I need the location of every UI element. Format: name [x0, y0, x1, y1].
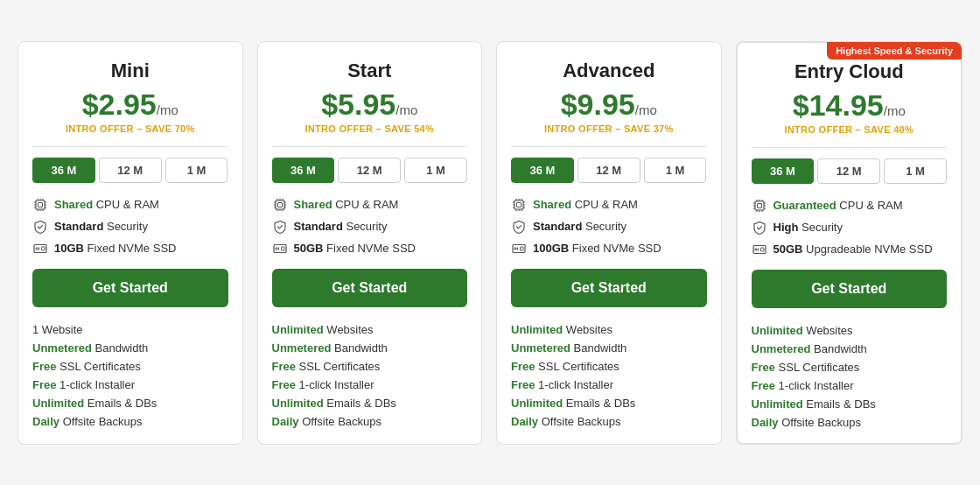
plan-price-entry-cloud: $14.95/mo: [752, 88, 948, 123]
feature-cpu-advanced: Shared CPU & RAM: [511, 197, 707, 213]
shield-icon-mini: [32, 219, 48, 235]
list-item-entry-cloud-2: Free SSL Certificates: [752, 361, 948, 374]
svg-rect-33: [281, 247, 284, 250]
list-item-mini-4: Unlimited Emails & DBs: [32, 397, 228, 410]
feature-cpu-start: Shared CPU & RAM: [272, 197, 468, 213]
plan-card-advanced: Advanced $9.95/mo INTRO OFFER – SAVE 37%…: [496, 41, 722, 445]
period-btn-entry-cloud-2[interactable]: 1 M: [884, 158, 947, 184]
plan-name-mini: Mini: [32, 60, 228, 82]
price-amount-advanced: $9.95: [561, 88, 635, 121]
plan-name-start: Start: [272, 60, 468, 82]
features-list-advanced: Unlimited WebsitesUnmetered BandwidthFre…: [511, 323, 707, 428]
divider-entry-cloud: [752, 147, 948, 148]
period-btn-advanced-0[interactable]: 36 M: [511, 158, 574, 183]
shield-icon-advanced: [511, 219, 527, 235]
get-started-btn-entry-cloud[interactable]: Get Started: [752, 270, 948, 308]
pricing-container: Mini $2.95/mo INTRO OFFER – SAVE 70%36 M…: [18, 41, 962, 445]
cpu-text-advanced: Shared CPU & RAM: [533, 198, 638, 211]
plan-price-start: $5.95/mo: [272, 88, 468, 122]
plan-name-advanced: Advanced: [511, 60, 707, 82]
price-period-entry-cloud: /mo: [884, 103, 906, 118]
period-selector-start: 36 M12 M1 M: [272, 158, 468, 183]
period-selector-advanced: 36 M12 M1 M: [511, 158, 707, 183]
period-btn-start-2[interactable]: 1 M: [404, 158, 467, 183]
period-btn-entry-cloud-1[interactable]: 12 M: [817, 158, 880, 184]
intro-offer-start: INTRO OFFER – SAVE 54%: [272, 123, 468, 134]
cpu-text-mini: Shared CPU & RAM: [54, 198, 159, 211]
price-period-start: /mo: [396, 102, 417, 117]
get-started-btn-advanced[interactable]: Get Started: [511, 269, 707, 307]
price-period-mini: /mo: [157, 102, 178, 117]
features-top-advanced: Shared CPU & RAM Standard Security 100GB…: [511, 197, 707, 257]
intro-offer-advanced: INTRO OFFER – SAVE 37%: [511, 123, 707, 134]
period-btn-mini-2[interactable]: 1 M: [165, 158, 228, 183]
plan-card-entry-cloud: Highest Speed & SecurityEntry Cloud $14.…: [736, 41, 963, 445]
period-btn-start-1[interactable]: 12 M: [338, 158, 401, 183]
get-started-btn-mini[interactable]: Get Started: [32, 269, 228, 307]
shield-icon-start: [272, 219, 288, 235]
list-item-entry-cloud-3: Free 1-click Installer: [752, 379, 948, 392]
period-btn-advanced-1[interactable]: 12 M: [578, 158, 640, 183]
list-item-start-4: Unlimited Emails & DBs: [272, 397, 468, 410]
period-btn-start-0[interactable]: 36 M: [272, 158, 335, 183]
list-item-mini-0: 1 Website: [32, 323, 228, 336]
shield-icon-entry-cloud: [752, 220, 767, 235]
plan-price-advanced: $9.95/mo: [511, 88, 707, 122]
list-item-entry-cloud-0: Unlimited Websites: [752, 324, 948, 337]
svg-rect-18: [276, 200, 284, 209]
list-item-entry-cloud-4: Unlimited Emails & DBs: [752, 397, 948, 411]
svg-rect-54: [755, 201, 764, 210]
cpu-text-entry-cloud: Guaranteed CPU & RAM: [774, 199, 903, 212]
list-item-mini-1: Unmetered Bandwidth: [32, 341, 228, 355]
price-amount-entry-cloud: $14.95: [793, 88, 884, 122]
feature-storage-advanced: 100GB Fixed NVMe SSD: [511, 241, 707, 257]
feature-storage-entry-cloud: 50GB Upgradeable NVMe SSD: [752, 242, 948, 257]
list-item-start-1: Unmetered Bandwidth: [272, 341, 468, 355]
list-item-mini-3: Free 1-click Installer: [32, 378, 228, 391]
list-item-advanced-1: Unmetered Bandwidth: [511, 341, 707, 355]
ssd-icon-mini: [32, 241, 48, 257]
cpu-icon-advanced: [511, 197, 527, 213]
security-text-entry-cloud: High Security: [774, 221, 843, 234]
cpu-text-start: Shared CPU & RAM: [294, 198, 399, 211]
list-item-start-2: Free SSL Certificates: [272, 360, 468, 373]
cpu-icon-mini: [32, 197, 48, 213]
period-btn-entry-cloud-0[interactable]: 36 M: [752, 158, 815, 184]
feature-security-start: Standard Security: [272, 219, 468, 235]
list-item-mini-2: Free SSL Certificates: [32, 360, 228, 373]
feature-cpu-entry-cloud: Guaranteed CPU & RAM: [752, 198, 948, 214]
divider-start: [272, 146, 468, 147]
divider-mini: [32, 146, 228, 147]
list-item-advanced-4: Unlimited Emails & DBs: [511, 397, 707, 410]
ssd-icon-entry-cloud: [752, 242, 767, 257]
svg-point-34: [275, 247, 276, 249]
intro-offer-mini: INTRO OFFER – SAVE 70%: [32, 123, 228, 134]
cpu-icon-start: [272, 197, 288, 213]
list-item-advanced-2: Free SSL Certificates: [511, 360, 707, 373]
list-item-mini-5: Daily Offsite Backups: [32, 415, 228, 428]
svg-rect-69: [760, 248, 764, 251]
svg-rect-51: [521, 247, 524, 250]
feature-security-mini: Standard Security: [32, 219, 228, 235]
period-btn-advanced-2[interactable]: 1 M: [644, 158, 707, 183]
storage-text-start: 50GB Fixed NVMe SSD: [294, 242, 416, 255]
list-item-entry-cloud-5: Daily Offsite Backups: [752, 416, 948, 429]
list-item-entry-cloud-1: Unmetered Bandwidth: [752, 342, 948, 355]
security-text-mini: Standard Security: [54, 220, 148, 233]
svg-rect-0: [36, 200, 45, 209]
period-btn-mini-0[interactable]: 36 M: [32, 158, 95, 183]
plan-name-entry-cloud: Entry Cloud: [752, 60, 948, 83]
svg-rect-55: [757, 203, 761, 207]
divider-advanced: [511, 146, 707, 147]
period-btn-mini-1[interactable]: 12 M: [99, 158, 162, 183]
security-text-advanced: Standard Security: [533, 220, 626, 233]
period-selector-entry-cloud: 36 M12 M1 M: [752, 158, 948, 184]
get-started-btn-start[interactable]: Get Started: [272, 269, 468, 307]
price-amount-mini: $2.95: [82, 88, 157, 121]
svg-rect-37: [517, 202, 522, 207]
badge-entry-cloud: Highest Speed & Security: [827, 42, 962, 60]
storage-text-advanced: 100GB Fixed NVMe SSD: [533, 242, 662, 255]
intro-offer-entry-cloud: INTRO OFFER – SAVE 40%: [752, 124, 948, 135]
plan-price-mini: $2.95/mo: [32, 88, 228, 122]
svg-point-16: [36, 247, 38, 249]
